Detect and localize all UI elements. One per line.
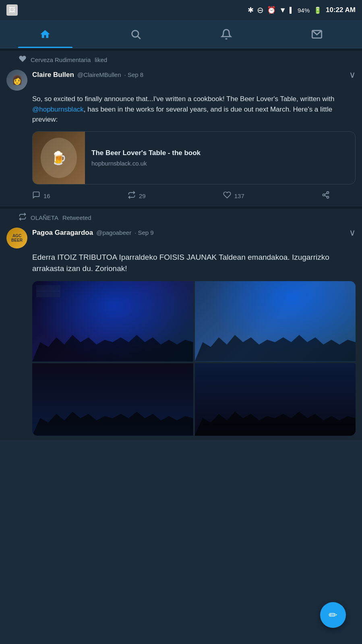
retweet-icon <box>128 191 136 201</box>
tweet-2-photo-3[interactable] <box>32 363 193 436</box>
tweet-2-username[interactable]: Pagoa Garagardoa <box>32 229 93 237</box>
tweet-1-meta: Claire Bullen @ClaireMBullen · Sep 8 ∨ <box>32 70 356 80</box>
tweet-1-username[interactable]: Claire Bullen <box>32 71 74 79</box>
tweet-1-share-button[interactable] <box>322 191 330 201</box>
status-icons: ✱ ⊖ ⏰ ▼ ▌ <box>248 5 294 15</box>
alarm-icon: ⏰ <box>267 6 276 14</box>
nav-bar <box>0 20 362 48</box>
tweet-1-user-row: Claire Bullen @ClaireMBullen · Sep 8 ∨ <box>32 70 356 80</box>
signal-icon: ▌ <box>290 7 294 13</box>
nav-messages[interactable] <box>271 20 362 48</box>
tweet-2-user-info: Pagoa Garagardoa @pagoabeer · Sep 9 <box>32 229 154 237</box>
tweet-1-activity-text: Cerveza Rudimentaria <box>31 56 91 63</box>
tweet-2-avatar[interactable]: AGCBEER <box>6 228 27 248</box>
tweet-1-body: So, so excited to finally announce that.… <box>0 91 362 128</box>
svg-point-0 <box>132 30 139 37</box>
nav-home[interactable] <box>0 20 91 48</box>
compose-icon: ✏ <box>329 609 337 621</box>
tweet-1-like-button[interactable]: 137 <box>223 191 244 201</box>
tweet-1-retweet-button[interactable]: 29 <box>128 191 146 201</box>
bluetooth-icon: ✱ <box>248 6 254 14</box>
tweet-2-photo-1[interactable] <box>32 281 193 362</box>
status-bar: 🖼 ✱ ⊖ ⏰ ▼ ▌ 94% 🔋 10:22 AM <box>0 0 362 20</box>
battery-percentage: 94% <box>298 7 310 14</box>
tweet-2-meta: Pagoa Garagardoa @pagoabeer · Sep 9 ∨ <box>32 228 356 238</box>
tweet-1-link-card[interactable]: The Beer Lover's Table - the book hopbur… <box>32 131 356 184</box>
tweet-2-activity-text: OLAÑETA <box>31 214 58 221</box>
tweet-2-date: · Sep 9 <box>134 229 154 236</box>
tweet-1-user-info: Claire Bullen @ClaireMBullen · Sep 8 <box>32 71 143 79</box>
svg-line-6 <box>325 195 327 197</box>
tweet-1-handle: @ClaireMBullen <box>77 71 121 78</box>
nav-search[interactable] <box>91 20 181 48</box>
link-card-url: hopburnsblack.co.uk <box>91 160 349 167</box>
tweet-2-activity: OLAÑETA Retweeted <box>0 209 362 224</box>
tweet-1-header: 👩 Claire Bullen @ClaireMBullen · Sep 8 ∨ <box>0 66 362 91</box>
tweet-1-reply-count: 16 <box>43 193 50 199</box>
search-icon <box>130 29 141 40</box>
bell-icon <box>221 29 232 40</box>
link-card-content: The Beer Lover's Table - the book hopbur… <box>85 132 355 184</box>
home-icon <box>39 29 51 40</box>
tweet-1-avatar[interactable]: 👩 <box>6 70 27 91</box>
tweet-2-more-button[interactable]: ∨ <box>349 228 356 238</box>
tweet-1-date: · Sep 8 <box>124 71 144 78</box>
tweet-2-photo-2[interactable] <box>195 281 356 362</box>
status-right: ✱ ⊖ ⏰ ▼ ▌ 94% 🔋 10:22 AM <box>248 5 356 15</box>
link-card-title: The Beer Lover's Table - the book <box>91 149 349 157</box>
tweet-2-header: AGCBEER Pagoa Garagardoa @pagoabeer · Se… <box>0 224 362 248</box>
link-card-image <box>33 132 85 184</box>
like-icon <box>223 191 231 201</box>
tweet-1: Cerveza Rudimentaria liked 👩 Claire Bull… <box>0 51 362 206</box>
retweet-activity-icon <box>6 213 27 223</box>
reply-icon <box>32 191 40 201</box>
tweet-1-actions: 16 29 137 <box>0 188 362 206</box>
wifi-icon: ▼ <box>279 6 286 14</box>
tweet-1-activity-suffix: liked <box>95 56 107 63</box>
tweet-1-more-button[interactable]: ∨ <box>349 70 356 80</box>
mail-icon <box>311 29 323 40</box>
nav-notifications[interactable] <box>181 20 272 48</box>
svg-line-7 <box>325 193 327 194</box>
minus-icon: ⊖ <box>257 5 264 15</box>
battery-icon: 🔋 <box>314 6 322 14</box>
mention-hopburnsblack[interactable]: @hopburnsblack <box>32 106 84 113</box>
tweet-2-body: Ederra ITOIZ TRIBUTOA Iparraldeko FOISIS… <box>0 248 362 278</box>
tweet-2: OLAÑETA Retweeted AGCBEER Pagoa Garagard… <box>0 209 362 441</box>
tweet-1-like-count: 137 <box>234 193 244 199</box>
tweet-1-reply-button[interactable]: 16 <box>32 191 50 201</box>
compose-tweet-button[interactable]: ✏ <box>320 602 346 628</box>
tweet-2-photo-grid[interactable] <box>32 281 356 436</box>
tweet-2-user-row: Pagoa Garagardoa @pagoabeer · Sep 9 ∨ <box>32 228 356 238</box>
svg-line-1 <box>138 36 140 39</box>
svg-point-3 <box>327 191 329 193</box>
tweet-2-handle: @pagoabeer <box>96 229 131 236</box>
tweet-2-photo-4[interactable] <box>195 363 356 436</box>
status-left: 🖼 <box>6 4 18 16</box>
tweet-1-retweet-count: 29 <box>139 193 146 199</box>
share-icon <box>322 191 330 201</box>
tweet-2-activity-suffix: Retweeted <box>62 214 91 221</box>
svg-point-5 <box>327 196 329 198</box>
status-time: 10:22 AM <box>326 6 356 14</box>
app-thumbnail-icon: 🖼 <box>6 4 18 16</box>
svg-point-4 <box>323 194 325 196</box>
tweet-1-activity: Cerveza Rudimentaria liked <box>0 51 362 66</box>
heart-activity-icon <box>6 55 27 65</box>
